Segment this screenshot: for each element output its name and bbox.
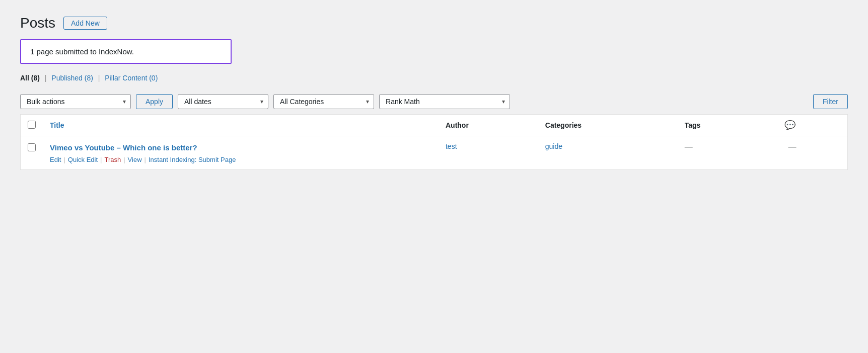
filter-published[interactable]: Published (8) (51, 74, 95, 82)
filter-pillar-content[interactable]: Pillar Content (0) (105, 74, 158, 82)
rank-math-wrap: Rank Math ▾ (379, 94, 510, 109)
apply-button[interactable]: Apply (136, 94, 173, 109)
edit-link[interactable]: Edit (50, 156, 61, 163)
page-title: Posts (20, 15, 55, 31)
trash-link[interactable]: Trash (104, 156, 121, 163)
category-link[interactable]: guide (545, 142, 562, 150)
title-sort-link[interactable]: Title (50, 121, 64, 129)
filter-all[interactable]: All (8) (20, 74, 42, 82)
row-categories-cell: guide (538, 136, 678, 170)
view-link[interactable]: View (128, 156, 142, 163)
bulk-actions-wrap: Bulk actions Edit Move to Trash ▾ (20, 94, 131, 109)
table-header-row: Title Author Categories Tags 💬 (21, 115, 848, 136)
filter-button[interactable]: Filter (813, 94, 848, 109)
row-actions: Edit | Quick Edit | Trash | View | Insta… (50, 156, 431, 163)
notice-text: 1 page submitted to IndexNow. (30, 47, 134, 56)
row-tags-cell: — (678, 136, 777, 170)
all-categories-wrap: All Categories ▾ (273, 94, 374, 109)
row-extra-cell (808, 136, 848, 170)
all-dates-wrap: All dates ▾ (178, 94, 268, 109)
col-header-extra (808, 115, 848, 136)
add-new-button[interactable]: Add New (63, 17, 107, 30)
row-title-cell: Vimeo vs Youtube – Which one is better? … (43, 136, 439, 170)
col-header-tags: Tags (678, 115, 777, 136)
all-dates-select[interactable]: All dates (178, 94, 268, 109)
row-checkbox[interactable] (28, 143, 36, 151)
col-header-author: Author (439, 115, 538, 136)
row-checkbox-cell (21, 136, 43, 170)
posts-table: Title Author Categories Tags 💬 Vimeo vs … (20, 114, 848, 170)
col-header-comments: 💬 (777, 115, 808, 136)
all-categories-select[interactable]: All Categories (273, 94, 374, 109)
posts-toolbar: Bulk actions Edit Move to Trash ▾ Apply … (20, 89, 848, 114)
col-header-title[interactable]: Title (43, 115, 439, 136)
row-author-cell: test (439, 136, 538, 170)
filter-links: All (8) | Published (8) | Pillar Content… (20, 74, 848, 82)
post-title-link[interactable]: Vimeo vs Youtube – Which one is better? (50, 142, 431, 153)
page-header: Posts Add New (20, 15, 848, 31)
table-row: Vimeo vs Youtube – Which one is better? … (21, 136, 848, 170)
quick-edit-link[interactable]: Quick Edit (68, 156, 98, 163)
bulk-actions-select[interactable]: Bulk actions Edit Move to Trash (20, 94, 131, 109)
author-link[interactable]: test (446, 142, 457, 150)
instant-index-link[interactable]: Instant Indexing: Submit Page (149, 156, 236, 163)
col-header-categories: Categories (538, 115, 678, 136)
row-comments-cell: — (777, 136, 808, 170)
index-now-notice: 1 page submitted to IndexNow. (20, 39, 232, 64)
select-all-checkbox[interactable] (28, 121, 36, 129)
col-header-checkbox (21, 115, 43, 136)
rank-math-select[interactable]: Rank Math (379, 94, 510, 109)
comments-icon: 💬 (784, 120, 795, 130)
